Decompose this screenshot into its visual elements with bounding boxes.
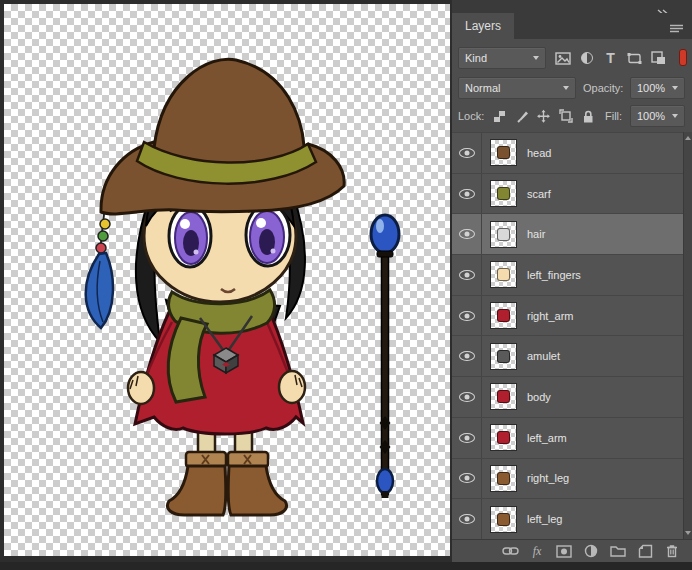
character-artwork — [4, 4, 450, 556]
layers-scrollbar[interactable] — [683, 132, 692, 539]
eye-icon — [459, 148, 475, 158]
layer-thumbnail[interactable] — [490, 506, 517, 533]
layer-row-body[interactable]: body — [452, 377, 683, 418]
pixel-layer-filter-icon[interactable] — [552, 47, 573, 69]
lock-row: Lock: Fill: 100% — [452, 104, 692, 130]
eye-icon — [459, 473, 475, 483]
layer-thumbnail[interactable] — [490, 261, 517, 288]
layer-row-head[interactable]: head — [452, 133, 683, 174]
thumbnail-sprite — [497, 390, 510, 403]
eye-icon — [459, 189, 475, 199]
layer-thumbnail[interactable] — [490, 343, 517, 370]
opacity-value: 100% — [637, 82, 665, 94]
opacity-label: Opacity: — [583, 82, 623, 94]
layer-thumbnail[interactable] — [490, 383, 517, 410]
thumbnail-sprite — [497, 309, 510, 322]
lock-position-move-icon[interactable] — [534, 106, 553, 126]
visibility-toggle[interactable] — [452, 296, 482, 336]
layer-name: head — [527, 147, 551, 159]
character-art — [86, 59, 344, 515]
eye-icon — [459, 392, 475, 402]
visibility-toggle[interactable] — [452, 214, 482, 254]
layer-name: body — [527, 391, 551, 403]
document-canvas[interactable] — [4, 4, 450, 556]
layer-row-left-fingers[interactable]: left_fingers — [452, 255, 683, 296]
shape-layer-filter-icon[interactable] — [624, 47, 645, 69]
filter-row: Kind T — [452, 44, 692, 72]
blend-mode-dropdown[interactable]: Normal — [458, 77, 576, 99]
layer-thumbnail[interactable] — [490, 465, 517, 492]
add-layer-mask-icon[interactable] — [555, 543, 573, 560]
eye-icon — [459, 433, 475, 443]
chevron-down-icon — [533, 56, 539, 60]
visibility-toggle[interactable] — [452, 459, 482, 499]
scroll-down-icon[interactable] — [685, 531, 691, 535]
layers-panel-footer: fx — [452, 539, 692, 562]
chevron-down-icon — [672, 114, 678, 118]
visibility-toggle[interactable] — [452, 377, 482, 417]
type-layer-filter-icon[interactable]: T — [600, 47, 621, 69]
kind-filter-dropdown[interactable]: Kind — [458, 47, 546, 69]
adjustment-layer-filter-icon[interactable] — [576, 47, 597, 69]
tab-layers-label: Layers — [465, 19, 501, 33]
eye-icon — [459, 229, 475, 239]
staff-art — [371, 215, 399, 498]
layer-row-left-arm[interactable]: left_arm — [452, 418, 683, 459]
fill-label: Fill: — [605, 110, 622, 122]
lock-label: Lock: — [458, 110, 484, 122]
layer-name: right_leg — [527, 472, 569, 484]
opacity-value-dropdown[interactable]: 100% — [630, 77, 685, 99]
fill-value: 100% — [637, 110, 665, 122]
scroll-up-icon[interactable] — [685, 136, 691, 140]
visibility-toggle[interactable] — [452, 174, 482, 214]
layer-row-right-arm[interactable]: right_arm — [452, 296, 683, 337]
lock-transparency-icon[interactable] — [490, 106, 509, 126]
link-layers-icon[interactable] — [501, 543, 519, 560]
lock-all-padlock-icon[interactable] — [578, 106, 597, 126]
window-bottom-edge — [0, 562, 692, 570]
new-layer-icon[interactable] — [636, 543, 654, 560]
kind-filter-label: Kind — [465, 52, 487, 64]
layer-thumbnail[interactable] — [490, 180, 517, 207]
thumbnail-sprite — [497, 431, 510, 444]
layers-list: head scarf hair left_fingers right_a — [452, 132, 683, 539]
thumbnail-sprite — [497, 146, 510, 159]
smart-object-filter-icon[interactable] — [648, 47, 669, 69]
layer-thumbnail[interactable] — [490, 302, 517, 329]
new-group-folder-icon[interactable] — [609, 543, 627, 560]
lock-artboard-icon[interactable] — [556, 106, 575, 126]
panel-tabbar: Layers — [452, 13, 692, 39]
visibility-toggle[interactable] — [452, 336, 482, 376]
layer-thumbnail[interactable] — [490, 424, 517, 451]
layer-name: left_fingers — [527, 269, 581, 281]
visibility-toggle[interactable] — [452, 418, 482, 458]
eye-icon — [459, 351, 475, 361]
layers-panel: Layers Kind T — [452, 0, 692, 562]
layer-row-amulet[interactable]: amulet — [452, 336, 683, 377]
beads-feather-art — [86, 214, 113, 328]
layer-row-scarf[interactable]: scarf — [452, 174, 683, 215]
thumbnail-sprite — [497, 268, 510, 281]
thumbnail-sprite — [497, 187, 510, 200]
layer-row-left-leg[interactable]: left_leg — [452, 499, 683, 539]
thumbnail-sprite — [497, 350, 510, 363]
lock-pixels-brush-icon[interactable] — [512, 106, 531, 126]
layer-thumbnail[interactable] — [490, 139, 517, 166]
eye-icon — [459, 514, 475, 524]
layer-row-hair[interactable]: hair — [452, 214, 683, 255]
layer-filtering-toggle[interactable] — [679, 49, 687, 66]
visibility-toggle[interactable] — [452, 133, 482, 173]
layer-row-right-leg[interactable]: right_leg — [452, 459, 683, 500]
layer-name: scarf — [527, 188, 551, 200]
layer-name: left_leg — [527, 513, 562, 525]
tab-layers[interactable]: Layers — [452, 13, 514, 39]
chevron-down-icon — [672, 86, 678, 90]
panel-menu-icon[interactable] — [669, 21, 684, 39]
fill-value-dropdown[interactable]: 100% — [630, 105, 685, 127]
layer-thumbnail[interactable] — [490, 221, 517, 248]
layer-style-fx-icon[interactable]: fx — [528, 543, 546, 560]
delete-layer-trash-icon[interactable] — [663, 543, 681, 560]
visibility-toggle[interactable] — [452, 255, 482, 295]
visibility-toggle[interactable] — [452, 499, 482, 539]
new-adjustment-layer-icon[interactable] — [582, 543, 600, 560]
